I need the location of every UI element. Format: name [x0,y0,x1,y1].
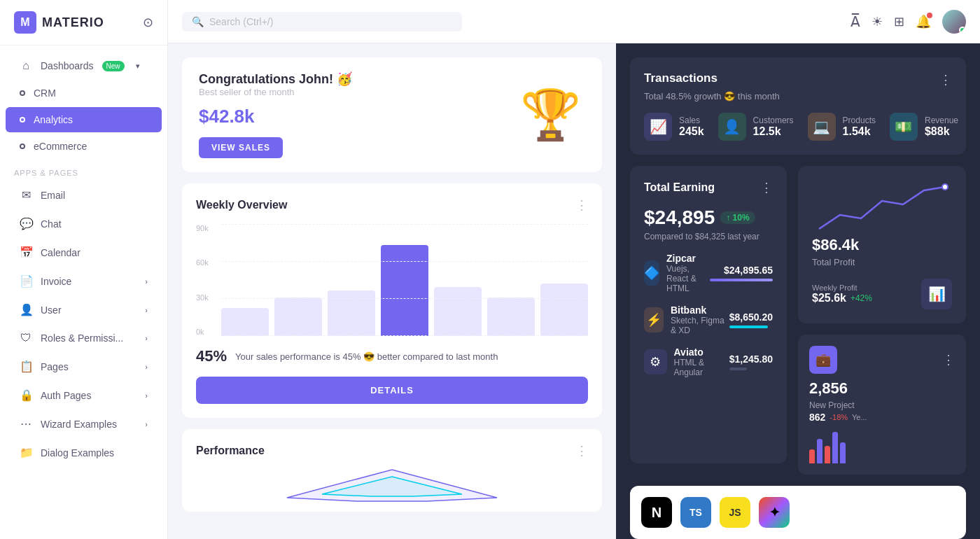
weekly-card-header: Weekly Overview ⋮ [196,197,588,213]
circle-icon [20,90,25,96]
sidebar: M MATERIO ⊙ ⌂ Dashboards New ▾ CRM Analy… [0,0,168,539]
sales-icon: 📈 [644,113,672,141]
content: Congratulations John! 🥳 Best seller of t… [168,43,980,539]
sidebar-item-wizard[interactable]: ⋯ Wizard Examples › [6,410,162,438]
sidebar-item-email[interactable]: ✉ Email [6,181,162,209]
earning-item-aviato: ⚙ Aviato HTML & Angular $1,245.80 [644,346,773,377]
line-chart-svg [812,180,952,236]
bar-3 [328,290,375,336]
new-project-sub-label: Ye... [852,413,867,421]
sidebar-toggle-icon[interactable]: ⊙ [143,15,153,30]
earning-menu-icon[interactable]: ⋮ [760,180,773,195]
shield-icon: 🛡 [20,332,32,344]
bar-5 [434,287,482,336]
chevron-right-icon: › [145,363,148,371]
main-area: 🔍 Search (Ctrl+/) A̅ ☀ ⊞ 🔔 Congratulatio… [168,0,980,539]
performance-card: Performance ⋮ [182,429,602,512]
mini-bar-1 [809,449,815,463]
new-project-menu-icon[interactable]: ⋮ [942,352,955,368]
zipcar-icon: 🔷 [644,260,659,286]
typescript-logo: TS [680,497,711,528]
grid-icon[interactable]: ⊞ [894,14,904,29]
performance-title: Performance [196,444,265,457]
weekly-title: Weekly Overview [196,199,287,211]
bitbank-progress [729,326,768,328]
search-icon: 🔍 [192,16,204,27]
user-avatar[interactable] [942,10,966,34]
performance-menu-icon[interactable]: ⋮ [575,443,588,458]
earning-title: Total Earning [644,181,715,194]
section-label-apps: APPS & PAGES [0,160,167,180]
sidebar-item-pages[interactable]: 📋 Pages › [6,353,162,380]
mini-bar-3 [825,446,830,463]
weekly-menu-icon[interactable]: ⋮ [575,197,588,213]
middle-row: Total Earning ⋮ $24,895 ↑ 10% Compared t… [630,166,966,475]
notifications-icon[interactable]: 🔔 [916,14,931,29]
search-bar[interactable]: 🔍 Search (Ctrl+/) [182,12,462,31]
y-label: 30k [196,293,209,302]
revenue-icon: 💵 [890,113,918,141]
aviato-info: Aviato HTML & Angular [674,346,729,377]
sidebar-item-roles[interactable]: 🛡 Roles & Permissi... › [6,325,162,351]
bitbank-value-container: $8,650.20 [729,312,773,328]
new-project-card: 💼 ⋮ 2,856 New Project 862 -18% Ye... [798,335,966,475]
new-badge: New [102,61,125,71]
aviato-name: Aviato [674,346,729,358]
sidebar-item-auth[interactable]: 🔒 Auth Pages › [6,382,162,409]
sidebar-item-analytics[interactable]: Analytics [6,107,162,132]
aviato-icon: ⚙ [644,349,667,374]
sidebar-logo: M MATERIO ⊙ [0,0,167,46]
earning-item-zipcar: 🔷 Zipcar Vuejs, React & HTML $24,895.65 [644,253,773,293]
earning-value: $24,895 [644,206,715,229]
sidebar-item-invoice[interactable]: 📄 Invoice › [6,267,162,295]
new-project-bars [809,428,955,463]
notification-dot [927,13,932,18]
bar-1 [221,308,269,336]
transactions-title: Transactions [644,71,718,85]
customers-icon: 👤 [718,113,746,141]
stat-revenue-info: Revenue $88k [925,115,958,138]
avatar-status [959,27,966,34]
home-icon: ⌂ [20,59,32,72]
topbar-right: A̅ ☀ ⊞ 🔔 [850,10,966,34]
earning-growth-badge: ↑ 10% [720,211,755,224]
left-panel: Congratulations John! 🥳 Best seller of t… [168,43,616,539]
profit-line-chart [812,180,952,236]
sidebar-item-dialog[interactable]: 📁 Dialog Examples [6,439,162,466]
sidebar-item-user[interactable]: 👤 User › [6,296,162,323]
stat-sales-info: Sales 245k [679,115,704,138]
mini-bar-5 [840,442,846,463]
weekly-footer: 45% Your sales performance is 45% 😎 bett… [196,347,588,365]
customers-value: 12.5k [753,125,794,138]
sidebar-item-dashboards[interactable]: ⌂ Dashboards New ▾ [6,52,162,79]
sidebar-item-calendar[interactable]: 📅 Calendar [6,239,162,266]
details-button[interactable]: DETAILS [196,377,588,404]
theme-icon[interactable]: ☀ [872,14,883,29]
new-project-info: New Project [809,400,955,410]
sidebar-item-label: Chat [41,218,62,230]
view-sales-button[interactable]: VIEW SALES [199,137,283,158]
sidebar-item-label: Pages [41,361,69,372]
app-logo-icon: M [14,11,36,34]
sidebar-item-crm[interactable]: CRM [6,80,162,106]
y-label: 0k [196,328,209,336]
chat-icon: 💬 [20,217,32,230]
zipcar-company: 🔷 Zipcar Vuejs, React & HTML [644,253,710,293]
sidebar-item-ecommerce[interactable]: eCommerce [6,134,162,159]
sidebar-item-chat[interactable]: 💬 Chat [6,210,162,237]
transactions-menu-icon[interactable]: ⋮ [939,72,952,88]
chevron-right-icon: › [145,306,148,314]
zipcar-info: Zipcar Vuejs, React & HTML [666,253,710,293]
earning-amount: $24,895 ↑ 10% [644,206,773,229]
mini-bar-2 [817,439,822,463]
translate-icon[interactable]: A̅ [850,13,860,30]
new-project-sub: 862 -18% Ye... [809,412,955,423]
aviato-value-container: $1,245.80 [729,354,773,370]
zipcar-progress [710,279,773,281]
search-placeholder: Search (Ctrl+/) [209,16,273,27]
bitbank-icon: ⚡ [644,307,664,332]
sidebar-item-label: Auth Pages [41,390,91,401]
new-project-icon: 💼 [809,346,837,374]
bitbank-company: ⚡ Bitbank Sketch, Figma & XD [644,304,729,335]
aviato-tech: HTML & Angular [674,358,729,377]
